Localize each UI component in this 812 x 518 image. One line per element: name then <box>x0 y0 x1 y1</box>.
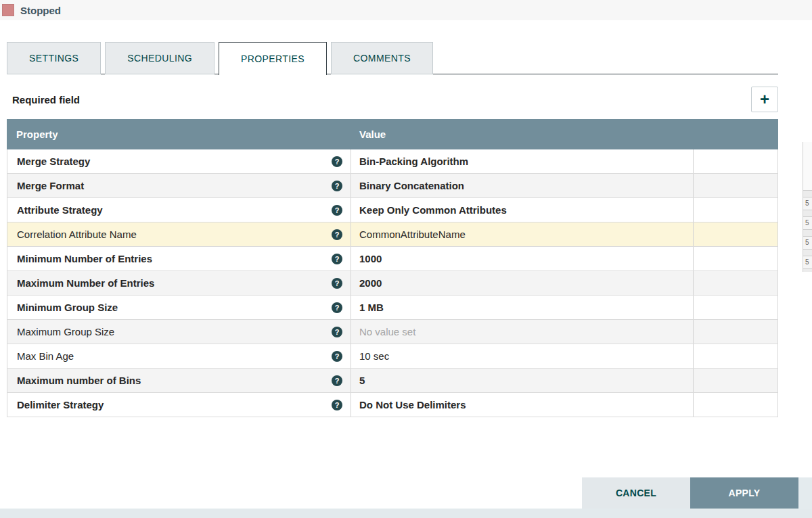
stopped-status-icon <box>2 4 14 16</box>
property-name: Max Bin Age <box>17 350 74 362</box>
help-icon[interactable]: ? <box>332 351 342 362</box>
row-extra-cell <box>694 174 777 197</box>
required-field-label: Required field <box>12 94 80 105</box>
column-header-property: Property <box>7 128 351 140</box>
status-label: Stopped <box>20 5 61 16</box>
tab-bar: SETTINGSSCHEDULINGPROPERTIESCOMMENTS <box>7 42 778 74</box>
edge-fragment-value: 5 <box>803 256 812 269</box>
row-extra-cell <box>694 247 777 270</box>
properties-table-body: Merge Strategy?Bin-Packing AlgorithmMerg… <box>7 149 778 417</box>
property-name: Merge Strategy <box>17 156 90 167</box>
property-cell: Maximum Group Size? <box>7 320 351 344</box>
property-cell: Attribute Strategy? <box>7 198 351 222</box>
property-name: Minimum Group Size <box>17 302 118 313</box>
table-row[interactable]: Delimiter Strategy?Do Not Use Delimiters <box>7 393 778 417</box>
row-extra-cell <box>694 320 777 344</box>
edge-fragment-value: 5 <box>803 236 812 250</box>
table-row[interactable]: Minimum Group Size?1 MB <box>7 296 778 320</box>
corner-pad <box>798 477 812 509</box>
row-extra-cell <box>694 222 777 246</box>
property-cell: Max Bin Age? <box>7 344 351 368</box>
property-name: Minimum Number of Entries <box>17 253 152 264</box>
help-icon[interactable]: ? <box>332 229 342 240</box>
property-name: Attribute Strategy <box>17 204 103 216</box>
table-row[interactable]: Max Bin Age?10 sec <box>7 344 778 369</box>
value-cell[interactable]: Do Not Use Delimiters <box>351 393 694 417</box>
help-icon[interactable]: ? <box>332 375 342 386</box>
help-icon[interactable]: ? <box>332 181 342 191</box>
value-cell[interactable]: 2000 <box>351 271 694 295</box>
property-cell: Merge Format? <box>7 174 351 197</box>
help-icon[interactable]: ? <box>332 278 342 289</box>
column-header-value: Value <box>351 128 694 140</box>
edge-fragment-value: 5 <box>803 197 812 210</box>
value-cell[interactable]: 1 MB <box>351 296 694 319</box>
edge-fragment-boxes: 5555 <box>803 197 812 269</box>
help-icon[interactable]: ? <box>332 302 342 313</box>
help-icon[interactable]: ? <box>332 327 342 337</box>
cancel-button[interactable]: CANCEL <box>582 477 690 509</box>
value-cell[interactable]: Binary Concatenation <box>351 174 694 197</box>
tab-comments[interactable]: COMMENTS <box>331 42 433 74</box>
table-row[interactable]: Maximum Group Size?No value set <box>7 320 778 344</box>
tab-properties[interactable]: PROPERTIES <box>219 42 327 75</box>
value-cell[interactable]: 10 sec <box>351 344 694 368</box>
property-cell: Minimum Number of Entries? <box>7 247 351 270</box>
help-icon[interactable]: ? <box>332 205 342 216</box>
row-extra-cell <box>694 198 777 222</box>
table-row[interactable]: Correlation Attribute Name?CommonAttribu… <box>7 222 778 247</box>
value-cell[interactable]: CommonAttributeName <box>351 222 694 246</box>
property-cell: Delimiter Strategy? <box>7 393 351 417</box>
background-edge-fragment: 5555 <box>803 142 812 272</box>
help-icon[interactable]: ? <box>332 156 342 167</box>
property-name: Merge Format <box>17 180 84 191</box>
value-cell[interactable]: Bin-Packing Algorithm <box>351 149 694 173</box>
apply-button[interactable]: APPLY <box>690 477 798 509</box>
edge-fragment-value: 5 <box>803 216 812 230</box>
table-row[interactable]: Minimum Number of Entries?1000 <box>7 247 778 271</box>
properties-table: Property Value Merge Strategy?Bin-Packin… <box>7 119 778 417</box>
property-cell: Maximum number of Bins? <box>7 369 351 392</box>
property-name: Maximum number of Bins <box>17 375 141 386</box>
bottom-strip <box>0 509 812 518</box>
dialog-footer: CANCEL APPLY <box>582 477 798 509</box>
row-extra-cell <box>694 393 777 417</box>
tab-scheduling[interactable]: SCHEDULING <box>105 42 215 74</box>
value-cell[interactable]: Keep Only Common Attributes <box>351 198 694 222</box>
property-name: Correlation Attribute Name <box>17 229 137 240</box>
row-extra-cell <box>694 271 777 295</box>
help-icon[interactable]: ? <box>332 400 342 410</box>
property-cell: Merge Strategy? <box>7 149 351 173</box>
value-cell[interactable]: 5 <box>351 369 694 392</box>
table-row[interactable]: Maximum Number of Entries?2000 <box>7 271 778 296</box>
row-extra-cell <box>694 296 777 319</box>
help-icon[interactable]: ? <box>332 254 342 264</box>
property-name: Delimiter Strategy <box>17 399 104 410</box>
background-edge-top <box>803 142 812 191</box>
property-name: Maximum Number of Entries <box>17 277 154 289</box>
row-extra-cell <box>694 149 777 173</box>
table-row[interactable]: Maximum number of Bins?5 <box>7 369 778 393</box>
property-cell: Correlation Attribute Name? <box>7 222 351 246</box>
property-cell: Minimum Group Size? <box>7 296 351 319</box>
table-row[interactable]: Merge Strategy?Bin-Packing Algorithm <box>7 149 778 174</box>
add-property-button[interactable]: + <box>751 87 778 112</box>
value-cell[interactable]: 1000 <box>351 247 694 270</box>
table-row[interactable]: Attribute Strategy?Keep Only Common Attr… <box>7 198 778 222</box>
property-cell: Maximum Number of Entries? <box>7 271 351 295</box>
status-bar: Stopped <box>0 0 812 20</box>
table-row[interactable]: Merge Format?Binary Concatenation <box>7 174 778 198</box>
property-name: Maximum Group Size <box>17 326 114 337</box>
row-extra-cell <box>694 369 777 392</box>
properties-table-header: Property Value <box>7 119 778 149</box>
tab-settings[interactable]: SETTINGS <box>7 42 101 74</box>
value-cell[interactable]: No value set <box>351 320 694 344</box>
row-extra-cell <box>694 344 777 368</box>
